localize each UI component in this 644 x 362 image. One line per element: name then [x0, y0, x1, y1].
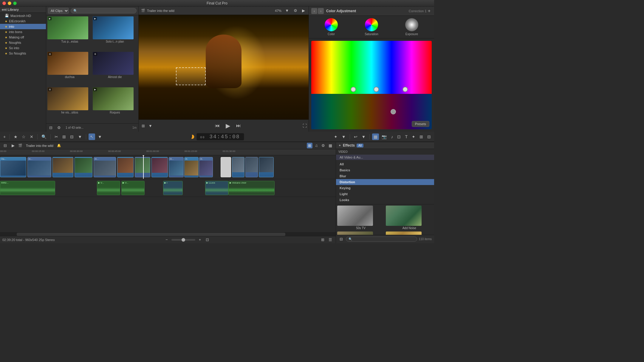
clip-11[interactable]: H.	[199, 157, 213, 177]
cat-looks[interactable]: Looks	[336, 197, 434, 203]
clip-5[interactable]: H...	[94, 157, 116, 177]
zoom-slider[interactable]	[171, 239, 195, 241]
clip-12[interactable]	[232, 157, 244, 177]
blade-btn[interactable]: ✂	[53, 133, 60, 140]
zoom-dropdown-btn[interactable]: ▼	[284, 8, 290, 13]
media-item-3[interactable]: ⊞ duchsa	[47, 52, 92, 87]
maximize-button[interactable]	[13, 1, 17, 5]
preview-settings-btn[interactable]: ⚙	[292, 8, 298, 13]
audio-btn[interactable]: ♪	[389, 133, 394, 140]
clip-3[interactable]	[52, 157, 73, 177]
clip-10[interactable]: H.	[184, 157, 199, 177]
gradient-handle-2[interactable]	[374, 87, 379, 92]
clip-dropdown-btn[interactable]: ▼	[147, 123, 154, 129]
split-btn[interactable]: ⊞	[61, 133, 67, 140]
sidebar-item-making-off[interactable]: ★ Making off	[0, 35, 46, 40]
media-item-2[interactable]: ▶ Solo t...n plan	[93, 16, 137, 51]
filter-all-tab[interactable]: All	[357, 144, 363, 147]
selection-box[interactable]	[176, 67, 206, 85]
gradient-handle-3[interactable]	[402, 87, 408, 92]
effects-panel-toggle[interactable]: ⊟	[338, 236, 344, 242]
magic-wand-dropdown[interactable]: ▼	[340, 133, 347, 140]
preview-more-btn[interactable]: ▶	[301, 8, 306, 13]
effect-add-noise[interactable]: Add Noise	[386, 206, 433, 230]
undo-btn[interactable]: ↩	[352, 133, 359, 140]
clip-view-btn[interactable]: ▦	[372, 133, 379, 140]
zoom-in-btn[interactable]: +	[198, 237, 202, 243]
zoom-fit-btn[interactable]: ⊡	[205, 237, 210, 243]
sidebar-item-into-bons[interactable]: ★ into bons	[0, 29, 46, 35]
cat-all[interactable]: All	[336, 161, 434, 167]
all-video-category[interactable]: All Video & Au...	[336, 155, 434, 160]
presets-btn[interactable]: Presets	[412, 121, 429, 127]
clip-4[interactable]	[75, 157, 92, 177]
more-tools-btn[interactable]: ▼	[76, 133, 83, 140]
search-input[interactable]	[71, 8, 137, 13]
timeline-play-btn[interactable]: ▶	[10, 143, 16, 148]
media-item-5[interactable]: ⊞ he vis...sitios	[47, 87, 92, 122]
playhead[interactable]	[143, 155, 144, 179]
favorite-btn[interactable]: ★	[12, 133, 19, 140]
sidebar-item-noughts[interactable]: ★ Noughts	[0, 40, 46, 45]
media-settings-btn[interactable]: ⚙	[56, 125, 62, 130]
undo-dropdown[interactable]: ▼	[360, 133, 367, 140]
timeline-audio-btn[interactable]: ♫	[314, 143, 319, 148]
media-item-1[interactable]: ▶ Tus p...estas	[47, 16, 92, 51]
color-tool-exposure[interactable]: Exposure	[405, 18, 418, 36]
fullscreen-btn[interactable]: ⛶	[303, 123, 307, 128]
nav-forward-btn[interactable]: ›	[318, 8, 324, 14]
zoom-out-btn[interactable]: −	[164, 237, 169, 243]
color-tool-saturation[interactable]: Saturation	[365, 18, 378, 36]
cat-keying[interactable]: Keying	[336, 185, 434, 191]
search-tool-btn[interactable]: 🔍	[40, 133, 48, 140]
magic-wand-btn[interactable]: ✦	[332, 133, 339, 140]
text-btn[interactable]: T	[403, 133, 409, 140]
audio-clip-v2[interactable]: ▶ V...	[121, 181, 145, 195]
range-tool-btn[interactable]: ▼	[96, 133, 103, 140]
timeline-settings2-btn[interactable]: ⚙	[320, 143, 326, 148]
go-to-end-btn[interactable]: ⏭	[234, 122, 243, 129]
color-tool-color[interactable]: Color	[325, 18, 338, 36]
color-add-btn[interactable]: +	[427, 8, 432, 14]
reject-btn[interactable]: ✕	[28, 133, 35, 140]
timeline-toggle-btn[interactable]: ⊟	[2, 143, 8, 148]
cat-distortion[interactable]: Distortion	[336, 179, 434, 185]
sidebar-item-macintosh[interactable]: 💾 Macintosh HD	[0, 13, 46, 18]
timeline-list-btn[interactable]: ☰	[327, 237, 333, 243]
effects-btn2[interactable]: ✦	[410, 133, 417, 140]
effect-50stv[interactable]: 50s TV	[337, 206, 385, 230]
clip-14[interactable]	[259, 157, 274, 177]
clip-appearance-btn[interactable]: ⊞	[140, 123, 146, 129]
gradient-handle-4[interactable]	[391, 109, 396, 114]
media-item-4[interactable]: ⊞ Almost die	[93, 52, 137, 87]
audio-clip-v1[interactable]: ▶ V...	[97, 181, 120, 195]
effect-aged-film[interactable]: Aged Film	[337, 232, 385, 235]
sidebar-item-so-noughts[interactable]: ★ So Noughts	[0, 51, 46, 56]
timeline-grid-btn[interactable]: ⊞	[320, 237, 326, 243]
camera-btn[interactable]: 📷	[380, 133, 388, 140]
clip-7[interactable]	[135, 157, 150, 177]
nav-back-btn[interactable]: ‹	[311, 8, 317, 14]
timeline-view1-btn[interactable]: ⊞	[307, 143, 312, 148]
audio-clip-l1[interactable]: ▶ l	[163, 181, 183, 195]
clip-selected[interactable]	[221, 157, 231, 177]
unfavorite-btn[interactable]: ☆	[20, 133, 27, 140]
play-btn[interactable]: ▶	[223, 122, 233, 130]
effect-aged-paper[interactable]: Aged Paper	[386, 232, 433, 235]
ripple-btn[interactable]: ⊟	[69, 133, 75, 140]
audio-clip-volcano[interactable]: ▶ Volcano choir	[228, 181, 275, 195]
clip-9[interactable]: H...	[169, 157, 184, 177]
clip-8[interactable]	[151, 157, 168, 177]
clip-13[interactable]	[245, 157, 258, 177]
sidebar-item-so-into[interactable]: ★ So into	[0, 45, 46, 51]
media-btn[interactable]: ⊡	[396, 133, 402, 140]
audio-clip-6952[interactable]: 6952...	[0, 181, 55, 195]
clip-ha[interactable]: Ha...	[0, 157, 26, 177]
go-to-start-btn[interactable]: ⏮	[213, 122, 222, 129]
select-tool-btn[interactable]: ↖	[89, 133, 95, 140]
audio-clip-llocs[interactable]: ▶ LLocs	[205, 181, 228, 195]
close-button[interactable]	[2, 1, 6, 5]
gradient-handle-1[interactable]	[351, 87, 356, 92]
cat-light[interactable]: Light	[336, 191, 434, 197]
clip-2[interactable]: H...	[27, 157, 51, 177]
